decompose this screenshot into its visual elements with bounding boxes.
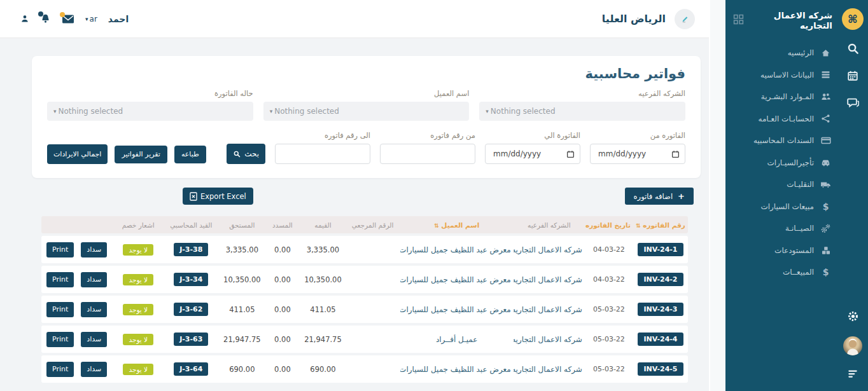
chat-icon[interactable] (847, 97, 859, 111)
sidebar-item-master-data[interactable]: البيانات الاساسيه (731, 64, 834, 86)
print-row-button[interactable]: Print (46, 332, 74, 347)
sidebar-menu: شركه الاعمال التجاريه الرئيسيه البيانات … (725, 0, 837, 391)
sidebar-item-transport[interactable]: النقليـات (731, 174, 834, 196)
invoice-to-label: الى رقم فاتوره (275, 131, 370, 140)
notifications-button[interactable] (40, 13, 51, 24)
journal-badge[interactable]: J-3-62 (174, 303, 208, 316)
language-selector[interactable]: ar ▾ (85, 15, 97, 24)
header-paid: المسدد (264, 216, 300, 233)
person-icon (20, 14, 29, 24)
export-excel-button[interactable]: Export Excel (183, 188, 253, 205)
header-value: القيمه (300, 216, 345, 233)
app-logo[interactable]: ⌘ (842, 8, 864, 30)
value-cell: 10,350.00 (300, 266, 345, 293)
list-icon (820, 70, 831, 79)
date-from-input[interactable]: mm/dd/yyyy (590, 144, 685, 164)
customer-select[interactable]: ▾ Nothing selected (263, 102, 470, 121)
due-cell: 21,947.75 (220, 326, 264, 353)
journal-badge[interactable]: J-3-34 (174, 273, 208, 286)
date-to-input[interactable]: mm/dd/yyyy (485, 144, 580, 164)
sidebar-item-general-accounts[interactable]: الحسابـات العـامه (731, 108, 834, 130)
search-icon[interactable] (847, 43, 859, 57)
messages-button[interactable] (62, 14, 74, 24)
company-cell: شركه الاعمال التجاريه (514, 266, 585, 293)
invoices-report-button[interactable]: تقرير الفواتير (115, 146, 167, 163)
company-cell: شركه الاعمال التجاريه (514, 296, 585, 323)
profile-button[interactable] (20, 14, 29, 24)
paid-cell: 0.00 (264, 236, 300, 263)
search-icon (233, 150, 241, 158)
sidebar-item-car-rental[interactable]: تأجيرالسيـارات (731, 152, 834, 174)
date-to-label: الفاتورة الي (485, 131, 580, 140)
reference-cell (346, 326, 400, 353)
notifications-badge (38, 11, 43, 17)
print-row-button[interactable]: Print (46, 362, 74, 377)
discount-note-badge: لا يوجد (123, 304, 153, 315)
settings-gear-icon[interactable] (847, 310, 859, 325)
header-customer[interactable]: اسم العميل ⇅ (400, 216, 514, 233)
sidebar-item-warehouses[interactable]: المستودعات (731, 240, 834, 262)
print-row-button[interactable]: Print (46, 272, 74, 287)
header-company: الشركه الفرعيه (514, 216, 585, 233)
customer-cell: معرض عبد اللظيف جميل للسيارات (400, 266, 514, 293)
sidebar-item-home[interactable]: الرئيسيه (731, 42, 834, 64)
invoice-date: 04-03-22 (593, 245, 625, 254)
journal-badge[interactable]: J-3-38 (174, 243, 208, 256)
table-row: INV-24-3 05-03-22 شركه الاعمال التجاريه … (41, 296, 688, 323)
calendar-icon (566, 150, 575, 158)
sidebar-item-maintenance[interactable]: الصيــانـة (731, 217, 834, 240)
value-cell: 690.00 (300, 355, 345, 383)
add-invoice-button[interactable]: + اضافه فاتوره (625, 188, 694, 205)
pay-button[interactable]: سداد (81, 332, 107, 347)
user-avatar[interactable] (843, 336, 862, 355)
invoice-no-badge: INV-24-5 (638, 362, 683, 376)
print-button[interactable]: طباعه (174, 146, 206, 163)
paid-cell: 0.00 (264, 326, 300, 353)
company-cell: شركه الاعمال التجاريه (514, 326, 585, 353)
company-select[interactable]: ▾ Nothing selected (479, 102, 685, 121)
sidebar-item-hr[interactable]: المـوارد البشـرية (731, 86, 834, 108)
search-button[interactable]: بحث (227, 144, 265, 164)
page-scrollbar[interactable] (709, 0, 725, 391)
total-revenue-button[interactable]: اجمالي الايرادات (47, 144, 108, 164)
pay-button[interactable]: سداد (81, 362, 107, 377)
journal-badge[interactable]: J-3-63 (174, 333, 208, 346)
table-row: INV-24-2 04-03-22 شركه الاعمال التجاريه … (41, 266, 688, 293)
pay-button[interactable]: سداد (81, 272, 107, 287)
invoice-from-input[interactable] (380, 144, 475, 164)
status-select[interactable]: ▾ Nothing selected (47, 102, 253, 121)
menu-list-icon[interactable] (847, 368, 858, 382)
branch-edit-button[interactable] (675, 9, 695, 29)
discount-note-badge: لا يوجد (123, 364, 153, 375)
credit-card-icon (820, 135, 831, 146)
reference-cell (346, 266, 400, 293)
paid-cell: 0.00 (264, 296, 300, 323)
journal-badge[interactable]: J-3-64 (174, 362, 208, 376)
user-name[interactable]: احمد (108, 14, 129, 24)
header-due: المستحق (220, 216, 264, 233)
header-invoice-no[interactable]: رقم الفاتوره ⇅ (633, 216, 688, 233)
invoice-to-input[interactable] (275, 144, 370, 164)
sidebar-item-accounting-vouchers[interactable]: السندات المحاسبيه (731, 130, 834, 152)
value-cell: 3,335.00 (300, 236, 345, 263)
customer-cell: معرض عبد اللظيف جميل للسيارات (400, 296, 514, 323)
invoice-date: 05-03-22 (593, 305, 625, 313)
customer-cell: معرض عبد اللظيف جميل للسيارات (400, 355, 514, 383)
calendar-icon[interactable] (847, 70, 858, 84)
header-invoice-date[interactable]: تاريخ الفاتوره ⇅ (585, 216, 633, 233)
pay-button[interactable]: سداد (81, 242, 107, 257)
header-journal: القيد المحاسبي (162, 216, 220, 233)
grid-icon[interactable] (733, 14, 744, 27)
sidebar-item-sales[interactable]: $ المبيعــات (731, 261, 834, 284)
print-row-button[interactable]: Print (46, 302, 74, 317)
invoice-no-badge: INV-24-1 (638, 243, 683, 256)
print-row-button[interactable]: Print (46, 242, 74, 257)
sidebar-item-car-sales[interactable]: $ مبيعات السيارات (731, 196, 834, 218)
pay-button[interactable]: سداد (81, 302, 107, 317)
company-title: شركه الاعمال التجاريه (744, 10, 832, 31)
value-cell: 411.05 (300, 296, 345, 323)
invoices-table: رقم الفاتوره ⇅ تاريخ الفاتوره ⇅ الشركه ا… (41, 214, 688, 385)
status-filter-label: حاله الفاتورة (47, 89, 253, 98)
chevron-down-icon: ▾ (270, 108, 273, 114)
users-icon (820, 92, 831, 102)
